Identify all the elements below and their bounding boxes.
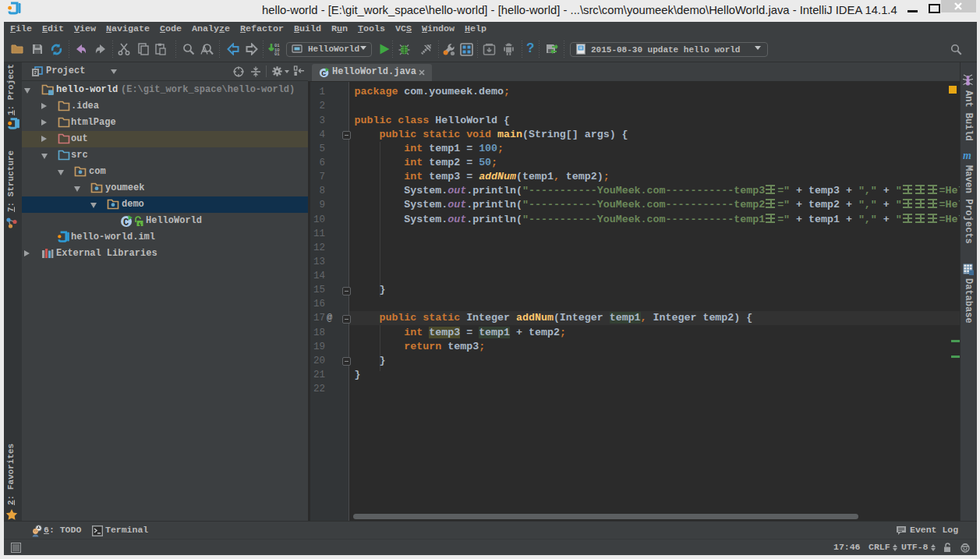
svg-text:01: 01: [274, 51, 280, 56]
svg-text:m: m: [963, 150, 971, 161]
svg-text:C: C: [321, 69, 326, 78]
svg-text:C: C: [123, 218, 129, 228]
